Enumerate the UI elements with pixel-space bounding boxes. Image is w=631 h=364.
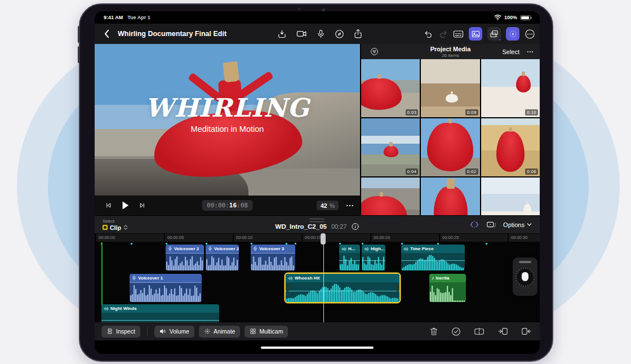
- waveform-icon: [288, 276, 293, 281]
- split-clip-icon[interactable]: [474, 327, 485, 336]
- check-circle-icon[interactable]: [451, 327, 461, 336]
- redo-icon[interactable]: [438, 29, 448, 39]
- browser-media-button[interactable]: [469, 27, 482, 41]
- animate-button[interactable]: Animate: [199, 326, 241, 338]
- timeline-toolbar: Select Clip WD_Intro_C2_05 00:27: [95, 215, 540, 233]
- media-thumbnail-red-skirt-closeup[interactable]: [361, 177, 420, 215]
- clip-label: Voiceover 1: [138, 276, 163, 281]
- volume-down-button: [78, 46, 80, 63]
- playhead[interactable]: [321, 233, 326, 322]
- back-button[interactable]: [104, 29, 110, 38]
- ruler-tick[interactable]: 00:00:10: [234, 234, 301, 242]
- media-more-icon[interactable]: [526, 48, 534, 56]
- timeline-clip-night-winds[interactable]: Night Winds: [101, 304, 219, 322]
- ruler-tick[interactable]: 00:00:05: [165, 234, 233, 242]
- clip-label: H...: [348, 246, 355, 251]
- more-options-icon[interactable]: [525, 29, 535, 39]
- timeline-clip-voiceover-2[interactable]: Voiceover 2: [166, 245, 204, 270]
- ruler-tick[interactable]: 00:00:30: [509, 234, 540, 242]
- timeline-clip-whoosh-hit[interactable]: Whoosh Hit: [286, 274, 399, 302]
- ruler-tick[interactable]: 00:00:20: [371, 234, 439, 242]
- media-thumbnail-red-whirler-rocks[interactable]: 0:03: [361, 59, 420, 117]
- media-thumbnail-white-dancer-saltflat-clouds[interactable]: [481, 177, 540, 215]
- timecode-display[interactable]: 00:00:16:08: [202, 200, 253, 211]
- clip-duration-badge: 0:10: [525, 109, 538, 116]
- pencil-tool-icon[interactable]: [335, 29, 344, 39]
- media-thumbnail-red-dancer-hat-crossed-arms[interactable]: [421, 177, 479, 215]
- project-title: Whirling Documentary Final Edit: [118, 30, 226, 38]
- timeline-clip-voiceover-1[interactable]: Voiceover 1: [130, 274, 202, 302]
- play-button[interactable]: [121, 201, 130, 210]
- timeline-clip-voiceover-2[interactable]: Voiceover 2: [206, 245, 239, 270]
- timeline-clip-inertia[interactable]: ♪Inertia: [429, 274, 466, 302]
- transport-bar: 00:00:16:08 42%: [95, 196, 360, 215]
- timeline-clip-high-[interactable]: High...: [362, 245, 385, 270]
- trash-icon[interactable]: [429, 327, 438, 336]
- ruler-tick[interactable]: 00:00:00: [96, 234, 164, 242]
- trim-handle-right[interactable]: [397, 283, 398, 292]
- clip-label: High...: [371, 246, 384, 251]
- timeline-clip-h-[interactable]: H...: [339, 245, 360, 270]
- timeline[interactable]: 00:00:0000:00:0500:00:1000:00:1500:00:20…: [95, 233, 540, 322]
- media-thumbnail-red-dancer-hill-clouds[interactable]: 0:04: [361, 118, 420, 176]
- options-button[interactable]: Options: [503, 221, 532, 228]
- undo-icon[interactable]: [424, 29, 433, 39]
- clip-duration-badge: 0:06: [525, 168, 538, 175]
- share-icon[interactable]: [354, 29, 362, 39]
- jog-drag-handle[interactable]: [519, 261, 531, 263]
- media-thumbnail-red-dancer-wheatfield[interactable]: 0:06: [481, 118, 540, 176]
- zoom-level[interactable]: 42%: [317, 201, 339, 210]
- video-preview[interactable]: WHIRLING Meditation in Motion: [95, 44, 360, 196]
- stickers-clips-button[interactable]: [487, 27, 501, 41]
- viewer-more-icon[interactable]: [345, 201, 354, 210]
- dancer-figure: [516, 76, 531, 92]
- clip-action-icons: [429, 327, 532, 336]
- multicam-icon: [250, 328, 256, 335]
- info-icon[interactable]: [351, 223, 359, 230]
- media-thumbnail-red-dancer-saltflat[interactable]: 0:10: [481, 59, 540, 117]
- tool-label: Clip: [110, 224, 121, 231]
- inspector-icon: [106, 328, 113, 335]
- timeline-clip-time-piece[interactable]: Time Piece: [401, 245, 465, 270]
- connect-clips-icon[interactable]: [469, 220, 479, 229]
- ruler-tick[interactable]: 00:00:25: [440, 234, 508, 242]
- insert-clip-icon[interactable]: [497, 327, 508, 336]
- timeline-clip-voiceover-3[interactable]: Voiceover 3: [251, 245, 295, 270]
- mic-icon: [168, 246, 172, 251]
- record-video-icon[interactable]: [296, 29, 307, 38]
- skip-to-start-icon[interactable]: [105, 202, 112, 209]
- viewer-panel: WHIRLING Meditation in Motion 00:00:16:0…: [95, 44, 360, 215]
- timeline-ruler[interactable]: 00:00:0000:00:0500:00:1000:00:1500:00:20…: [95, 233, 540, 242]
- record-audio-icon[interactable]: [317, 29, 325, 39]
- dancer-figure: [434, 187, 468, 215]
- panel-grab-handle[interactable]: [310, 219, 325, 222]
- jog-wheel-button[interactable]: [506, 27, 519, 41]
- multicam-button[interactable]: Multicam: [245, 326, 288, 338]
- selected-clip-duration: 00:27: [331, 223, 347, 230]
- media-thumbnail-white-dancer-desert[interactable]: 0:09: [421, 59, 479, 117]
- chevron-down-icon: [527, 223, 532, 227]
- append-clip-icon[interactable]: [521, 327, 532, 336]
- jog-wheel[interactable]: [513, 258, 537, 296]
- clip-duration-badge: 0:09: [465, 109, 478, 116]
- home-indicator[interactable]: [261, 347, 374, 349]
- video-title-text: WHIRLING: [95, 95, 360, 121]
- ruler-tick[interactable]: 00:00:15: [303, 234, 370, 242]
- music-note-icon: ♪: [432, 275, 434, 281]
- tool-selector[interactable]: Select Clip: [103, 219, 128, 231]
- volume-button[interactable]: Volume: [154, 326, 194, 338]
- trim-handle-left[interactable]: [287, 283, 288, 292]
- keyboard-shortcuts-icon[interactable]: [453, 30, 464, 38]
- waveform-icon: [403, 247, 408, 251]
- volume-up-button: [78, 26, 80, 43]
- inspect-button[interactable]: Inspect: [101, 326, 140, 338]
- overlay-view-icon[interactable]: [486, 220, 496, 229]
- wifi-icon: [494, 15, 501, 20]
- filter-icon[interactable]: [370, 47, 379, 56]
- clip-duration-badge: 0:02: [465, 168, 478, 175]
- skip-to-end-icon[interactable]: [139, 202, 146, 209]
- select-button[interactable]: Select: [502, 48, 519, 55]
- jog-pin: [522, 272, 528, 281]
- import-icon[interactable]: [277, 29, 287, 39]
- media-thumbnail-red-whirler-closeup[interactable]: 0:02: [421, 118, 479, 176]
